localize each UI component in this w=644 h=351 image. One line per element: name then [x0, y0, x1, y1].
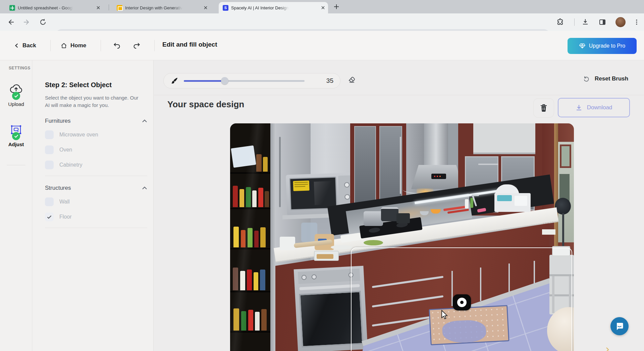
- slider-fill: [184, 80, 225, 82]
- brush-icon[interactable]: [170, 77, 178, 85]
- checkbox-row-floor[interactable]: Floor: [45, 213, 147, 221]
- step-title: Step 2: Select Object: [45, 81, 147, 89]
- dish-rack: [494, 193, 531, 212]
- reset-brush-button[interactable]: Reset Brush: [583, 75, 628, 82]
- sidebar-step-adjust[interactable]: Adjust: [0, 125, 32, 147]
- tab-title: Spacely AI | AI Interior Design: [231, 5, 289, 10]
- canvas-heading: Your space design: [167, 99, 244, 110]
- google-sheets-icon: [9, 5, 15, 11]
- section-divider: [154, 95, 644, 95]
- checkbox-checked[interactable]: [45, 213, 54, 221]
- downloads-icon[interactable]: [581, 18, 589, 26]
- panel-divider: [45, 228, 147, 228]
- tab-separator: [109, 4, 109, 10]
- tab-interior-design-slides[interactable]: Interior Design with Generativ: [113, 2, 211, 13]
- side-panel-icon[interactable]: [598, 18, 606, 26]
- pantry-frame: [270, 123, 276, 351]
- section-label: Structures: [45, 185, 71, 191]
- header-divider: [154, 40, 155, 51]
- checkbox-row-cabinetry[interactable]: Cabinetry: [45, 161, 147, 169]
- sidebar-step-upload[interactable]: Upload: [0, 84, 32, 107]
- microwave-label: [293, 180, 310, 191]
- step-label: Upload: [0, 101, 32, 107]
- slider-thumb[interactable]: [221, 77, 228, 84]
- pantry-shelf: [230, 123, 276, 351]
- hood-control-panel: [431, 174, 446, 179]
- browser-menu-icon[interactable]: [633, 18, 641, 26]
- browser-tab-strip: Untitled spreadsheet - Googl Interior De…: [0, 0, 644, 13]
- settings-label: SETTINGS: [9, 66, 31, 70]
- browser-back-icon[interactable]: [7, 18, 15, 26]
- settings-rail: SETTINGS Upload Adjust: [0, 60, 32, 351]
- brush-toolbar: 35: [163, 73, 340, 89]
- browser-toolbar: spacely.ai/app/tool/edit-and-fill: [0, 13, 644, 31]
- upgrade-label: Upgrade to Pro: [589, 43, 626, 49]
- reset-brush-label: Reset Brush: [595, 75, 628, 82]
- header-divider: [50, 40, 51, 51]
- page-title: Edit and fill object: [162, 41, 217, 48]
- checkbox[interactable]: [45, 130, 54, 139]
- next-chevron-icon: [605, 347, 611, 351]
- checkbox-label: Microwave oven: [59, 132, 98, 138]
- checkbox[interactable]: [45, 161, 54, 169]
- download-button[interactable]: Download: [558, 98, 630, 117]
- checkbox-label: Cabinetry: [59, 162, 82, 168]
- pot: [364, 211, 383, 226]
- brush-cursor: [453, 294, 471, 310]
- spacely-favicon-icon: S: [223, 5, 228, 11]
- rail-divider: [7, 165, 25, 165]
- close-tab-icon[interactable]: [204, 6, 207, 9]
- brush-size-slider[interactable]: [184, 77, 305, 84]
- app-header: Back Home Edit and fill object Upgrade t…: [0, 31, 644, 60]
- section-structures[interactable]: Structures: [45, 185, 147, 191]
- profile-avatar[interactable]: [615, 17, 626, 27]
- home-label: Home: [70, 42, 86, 49]
- redo-icon[interactable]: [133, 42, 141, 50]
- step-panel: Step 2: Select Object Select the object …: [33, 60, 154, 351]
- mouse-cursor: [440, 310, 448, 320]
- toolbar-divider: [574, 18, 575, 26]
- design-canvas-image[interactable]: [230, 123, 574, 351]
- checkbox-row-wall[interactable]: Wall: [45, 197, 147, 206]
- back-button[interactable]: Back: [14, 40, 36, 52]
- step-complete-check-icon: [12, 92, 20, 100]
- checkbox-label: Oven: [59, 147, 72, 153]
- checkbox-label: Wall: [59, 199, 70, 205]
- back-label: Back: [22, 42, 36, 49]
- home-button[interactable]: Home: [60, 40, 86, 52]
- chevron-up-icon: [142, 186, 147, 190]
- checkbox[interactable]: [45, 145, 54, 154]
- checkbox-row-oven[interactable]: Oven: [45, 145, 147, 154]
- google-slides-icon: [117, 5, 122, 11]
- checkbox-row-microwave-oven[interactable]: Microwave oven: [45, 130, 147, 139]
- chat-launcher-button[interactable]: [610, 317, 629, 335]
- panel-divider: [45, 176, 147, 176]
- chevron-up-icon: [142, 119, 147, 123]
- header-divider: [101, 40, 101, 51]
- eraser-icon[interactable]: [347, 75, 356, 84]
- close-tab-icon[interactable]: [321, 6, 325, 9]
- check-icon: [47, 215, 52, 219]
- brush-size-value: 35: [326, 77, 333, 84]
- step-description: Select the object you want to change. Ou…: [45, 94, 142, 109]
- trash-icon: [540, 104, 547, 112]
- tab-title: Interior Design with Generativ: [125, 5, 182, 10]
- section-label: Furnitures: [45, 118, 71, 124]
- checkbox[interactable]: [45, 197, 54, 206]
- close-tab-icon[interactable]: [97, 6, 100, 9]
- extensions-icon[interactable]: [557, 18, 565, 26]
- undo-icon[interactable]: [113, 42, 121, 50]
- chat-bubble-icon: [615, 322, 624, 331]
- tab-spacely-ai[interactable]: S Spacely AI | AI Interior Design: [219, 2, 328, 13]
- browser-reload-icon[interactable]: [39, 18, 47, 26]
- download-icon: [576, 104, 582, 111]
- section-furnitures[interactable]: Furnitures: [45, 118, 147, 124]
- new-tab-icon[interactable]: [333, 3, 340, 10]
- pot: [381, 207, 398, 221]
- reset-icon: [583, 75, 590, 82]
- browser-forward-icon[interactable]: [23, 18, 31, 26]
- upgrade-to-pro-button[interactable]: Upgrade to Pro: [568, 38, 637, 54]
- tab-title: Untitled spreadsheet - Googl: [18, 5, 73, 10]
- delete-design-button[interactable]: [533, 98, 554, 118]
- tab-untitled-spreadsheet[interactable]: Untitled spreadsheet - Googl: [5, 2, 103, 13]
